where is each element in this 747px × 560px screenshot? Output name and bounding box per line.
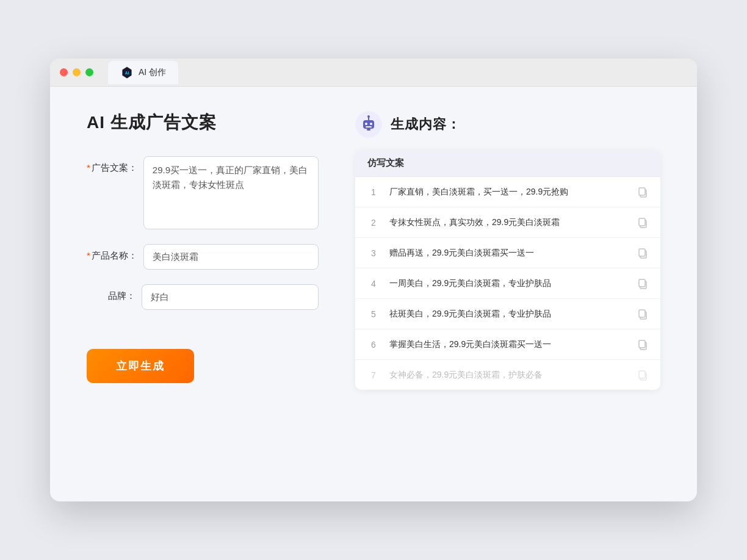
result-item: 4一周美白，29.9元美白淡斑霜，专业护肤品 xyxy=(355,268,660,299)
svg-rect-15 xyxy=(639,249,645,256)
left-panel: AI 生成广告文案 *广告文案： 29.9买一送一，真正的厂家直销，美白淡斑霜，… xyxy=(87,111,319,477)
result-item: 2专抹女性斑点，真实功效，29.9元美白淡斑霜 xyxy=(355,207,660,238)
traffic-lights xyxy=(60,68,93,76)
svg-rect-8 xyxy=(366,126,372,127)
maximize-button[interactable] xyxy=(85,68,93,76)
ad-copy-row: *广告文案： 29.9买一送一，真正的厂家直销，美白淡斑霜，专抹女性斑点 xyxy=(87,156,319,229)
result-item-number: 5 xyxy=(367,309,380,319)
result-item-number: 6 xyxy=(367,340,380,350)
svg-rect-11 xyxy=(639,188,645,195)
result-item-text: 专抹女性斑点，真实功效，29.9元美白淡斑霜 xyxy=(389,216,627,229)
svg-point-5 xyxy=(370,123,372,125)
copy-icon[interactable] xyxy=(637,278,648,289)
minimize-button[interactable] xyxy=(73,68,81,76)
copy-icon[interactable] xyxy=(637,309,648,320)
tab-label: AI 创作 xyxy=(139,67,166,78)
copy-icon xyxy=(637,370,648,381)
result-item-number: 1 xyxy=(367,187,380,197)
ai-tab[interactable]: AI AI 创作 xyxy=(108,61,178,84)
result-item-number: 2 xyxy=(367,218,380,228)
generate-button[interactable]: 立即生成 xyxy=(87,349,194,383)
svg-text:AI: AI xyxy=(125,71,129,75)
copy-icon[interactable] xyxy=(637,339,648,350)
svg-rect-23 xyxy=(639,371,645,378)
result-item: 5祛斑美白，29.9元美白淡斑霜，专业护肤品 xyxy=(355,299,660,329)
result-item-text: 厂家直销，美白淡斑霜，买一送一，29.9元抢购 xyxy=(389,185,627,198)
result-item: 6掌握美白生活，29.9元美白淡斑霜买一送一 xyxy=(355,329,660,360)
ai-icon: AI xyxy=(120,66,134,79)
svg-rect-21 xyxy=(639,340,645,348)
result-item-number: 3 xyxy=(367,248,380,258)
svg-point-7 xyxy=(367,115,370,118)
right-panel: 生成内容： 仿写文案 1厂家直销，美白淡斑霜，买一送一，29.9元抢购 2专抹女… xyxy=(355,111,660,477)
svg-rect-13 xyxy=(639,218,645,226)
copy-icon[interactable] xyxy=(637,248,648,259)
browser-content: AI 生成广告文案 *广告文案： 29.9买一送一，真正的厂家直销，美白淡斑霜，… xyxy=(50,87,697,501)
required-star-ad: * xyxy=(87,162,90,173)
result-items-container: 1厂家直销，美白淡斑霜，买一送一，29.9元抢购 2专抹女性斑点，真实功效，29… xyxy=(355,177,660,390)
result-item-text: 一周美白，29.9元美白淡斑霜，专业护肤品 xyxy=(389,277,627,290)
product-name-input[interactable] xyxy=(143,244,319,270)
product-name-row: *产品名称： xyxy=(87,244,319,270)
brand-row: 品牌： xyxy=(87,284,319,310)
result-table: 仿写文案 1厂家直销，美白淡斑霜，买一送一，29.9元抢购 2专抹女性斑点，真实… xyxy=(355,150,660,390)
result-item-number: 7 xyxy=(367,370,380,380)
required-star-product: * xyxy=(87,250,90,260)
ad-copy-textarea[interactable]: 29.9买一送一，真正的厂家直销，美白淡斑霜，专抹女性斑点 xyxy=(143,156,319,229)
result-header: 生成内容： xyxy=(355,111,660,138)
result-item-text: 掌握美白生活，29.9元美白淡斑霜买一送一 xyxy=(389,338,627,351)
robot-icon xyxy=(355,111,382,138)
close-button[interactable] xyxy=(60,68,68,76)
svg-rect-9 xyxy=(367,129,370,131)
ad-copy-label: *广告文案： xyxy=(87,156,137,174)
result-item-number: 4 xyxy=(367,279,380,289)
product-name-label: *产品名称： xyxy=(87,244,137,262)
result-item: 3赠品再送，29.9元美白淡斑霜买一送一 xyxy=(355,238,660,268)
svg-point-4 xyxy=(365,123,367,125)
result-item-text: 女神必备，29.9元美白淡斑霜，护肤必备 xyxy=(389,368,627,381)
result-title: 生成内容： xyxy=(391,115,461,134)
page-title: AI 生成广告文案 xyxy=(87,111,319,134)
result-table-header: 仿写文案 xyxy=(355,150,660,177)
result-item-text: 祛斑美白，29.9元美白淡斑霜，专业护肤品 xyxy=(389,307,627,320)
result-item: 7女神必备，29.9元美白淡斑霜，护肤必备 xyxy=(355,360,660,390)
result-item: 1厂家直销，美白淡斑霜，买一送一，29.9元抢购 xyxy=(355,177,660,207)
brand-input[interactable] xyxy=(142,284,319,310)
copy-icon[interactable] xyxy=(637,217,648,228)
copy-icon[interactable] xyxy=(637,187,648,198)
svg-rect-17 xyxy=(639,279,645,287)
svg-rect-19 xyxy=(639,310,645,317)
brand-label: 品牌： xyxy=(87,284,135,302)
browser-titlebar: AI AI 创作 xyxy=(50,59,697,87)
result-item-text: 赠品再送，29.9元美白淡斑霜买一送一 xyxy=(389,246,627,259)
browser-window: AI AI 创作 AI 生成广告文案 *广告文案： 29.9买一送一，真正的厂家… xyxy=(50,59,697,501)
